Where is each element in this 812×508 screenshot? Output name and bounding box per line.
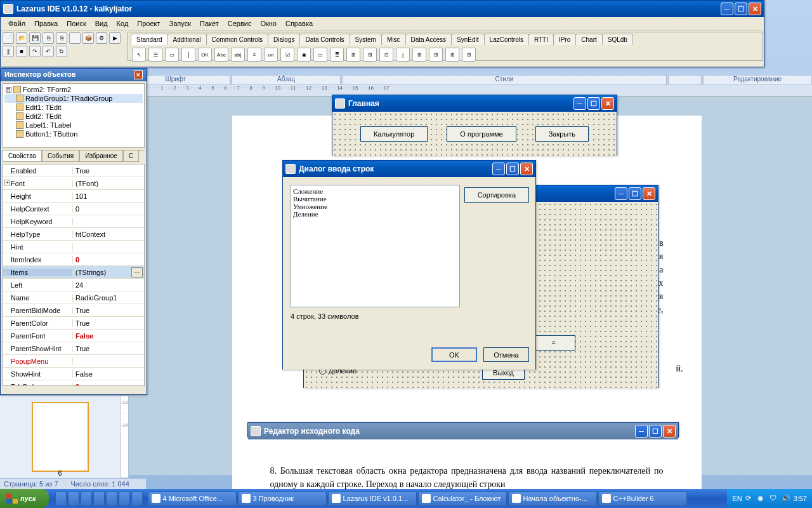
toolbar-icon[interactable]: 📦 [82,32,94,44]
cancel-button[interactable]: Отмена [483,347,529,362]
menu-item[interactable]: Поиск [63,18,89,29]
tree-item[interactable]: Button1: TButton [4,130,143,138]
equals-button[interactable]: = [532,335,575,351]
menu-item[interactable]: Вид [91,18,112,29]
property-row[interactable]: TabOrder0 [3,380,144,386]
tree-item[interactable]: Edit2: TEdit [4,112,143,121]
component-icon[interactable]: ⊞ [412,48,426,62]
menu-item[interactable]: Окно [256,18,280,29]
system-tray[interactable]: EN ⟳ ◉ 🛡 🔊 3:57 [727,489,812,508]
palette-tab[interactable]: System [350,34,382,45]
palette-tab[interactable]: Additional [167,34,207,45]
property-row[interactable]: ItemIndex0 [3,253,144,266]
maximize-button[interactable]: ☐ [629,187,641,200]
component-tree[interactable]: ⊟Form2: TForm2RadioGroup1: TRadioGroupEd… [3,83,145,148]
toolbar-icon[interactable]: 📄 [3,32,14,44]
taskbar-task[interactable]: 3 Проводник [238,491,327,506]
component-icon[interactable]: ◉ [297,48,311,62]
menu-item[interactable]: Пакет [196,18,223,29]
toolbar-icon[interactable]: 📂 [16,32,27,44]
maximize-button[interactable]: ☐ [587,97,600,110]
property-row[interactable]: HelpTypehtContext [3,228,144,241]
component-icon[interactable]: ↖ [132,48,146,62]
component-icon[interactable]: ⊞ [462,48,476,62]
property-row[interactable]: +Font(TFont) [3,177,144,190]
component-icon[interactable]: ≣ [330,48,344,62]
component-icon[interactable]: ⊞ [429,48,443,62]
inspector-tab[interactable]: С [123,150,139,162]
palette-tab[interactable]: Chart [575,34,602,45]
palette-tab[interactable]: Standard [131,34,168,45]
quicklaunch-icon[interactable] [106,491,117,506]
maximize-button[interactable]: ☐ [506,163,519,175]
about-button[interactable]: О программе [447,126,516,142]
property-row[interactable]: HelpContext0 [3,203,144,215]
property-row[interactable]: ParentColorTrue [3,317,144,330]
toolbar-icon[interactable]: ↷ [29,46,41,57]
page-thumbnail[interactable] [32,402,89,472]
palette-tab[interactable]: LazControls [484,34,529,45]
toolbar-icon[interactable]: ■ [16,46,27,57]
source-editor-window[interactable]: Редактор исходного кода ─ ☐ ✕ [247,422,679,438]
palette-tab[interactable]: Common Controls [206,34,269,45]
maximize-button[interactable]: ☐ [735,3,747,15]
tray-icon[interactable]: ◉ [757,494,766,503]
menu-item[interactable]: Проект [133,18,164,29]
component-icon[interactable]: Abc [214,48,228,62]
taskbar-task[interactable]: 4 Microsoft Office... [148,491,237,506]
word-status-bar[interactable]: Страница: 5 из 7 Число слов: 1 044 [0,478,146,490]
taskbar-task[interactable]: Начала объектно-... [508,491,597,506]
clock[interactable]: 3:57 [794,495,807,502]
sort-button[interactable]: Сортировка [464,187,529,203]
toolbar-icon[interactable]: ↻ [56,46,67,57]
tree-item[interactable]: RadioGroup1: TRadioGroup [4,94,143,103]
component-icon[interactable]: OK [198,48,212,62]
tray-icon[interactable]: 🔊 [782,494,790,503]
property-row[interactable]: NameRadioGroup1 [3,291,144,304]
toolbar-icon[interactable]: ⎘ [43,32,54,44]
start-button[interactable]: пуск [0,489,49,508]
property-row[interactable]: ParentShowHintTrue [3,342,144,355]
property-row[interactable]: HelpKeyword [3,215,144,228]
minimize-button[interactable]: ─ [573,97,586,110]
tray-icon[interactable]: 🛡 [769,494,778,503]
property-row[interactable]: Height101 [3,190,144,203]
property-row[interactable]: ParentBidiModeTrue [3,304,144,317]
property-row[interactable]: EnabledTrue [3,164,144,177]
palette-tab[interactable]: SQLdb [602,34,633,45]
menu-item[interactable]: Справка [282,18,317,29]
menu-item[interactable]: Файл [4,18,29,29]
component-icon[interactable]: on [264,48,278,62]
toolbar-icon[interactable]: ‖ [3,46,14,57]
palette-tab[interactable]: RTTI [528,34,554,45]
maximize-button[interactable]: ☐ [649,425,662,438]
close-button[interactable]: ✕ [601,97,614,110]
quicklaunch-icon[interactable] [131,491,143,506]
tray-icon[interactable]: ⟳ [745,494,754,503]
property-row[interactable]: Left24 [3,279,144,291]
close-button[interactable]: ✕ [520,163,533,175]
menu-item[interactable]: Код [113,18,133,29]
component-icon[interactable]: ▭ [165,48,179,62]
quicklaunch-icon[interactable] [81,491,92,506]
close-button[interactable]: ✕ [643,187,655,200]
calculator-button[interactable]: Калькулятор [360,126,428,142]
toolbar-icon[interactable]: ⚙ [96,32,107,44]
component-icon[interactable]: ⊞ [445,48,459,62]
component-icon[interactable]: ▭ [313,48,327,62]
property-row[interactable]: PopupMenu [3,355,144,368]
quicklaunch-icon[interactable] [68,491,79,506]
toolbar-icon[interactable] [69,32,81,44]
component-icon[interactable]: | [396,48,410,62]
minimize-button[interactable]: ─ [615,187,627,200]
toolbar-icon[interactable]: ⎘ [56,32,67,44]
palette-tab[interactable]: SynEdit [451,34,484,45]
component-icon[interactable]: ☑ [280,48,294,62]
inspector-tab[interactable]: Избранное [79,150,123,162]
property-row[interactable]: Items(TStrings)… [3,266,144,279]
toolbar-icon[interactable]: ↶ [43,46,54,57]
property-row[interactable]: ShowHintFalse [3,368,144,380]
toolbar-icon[interactable]: ▶ [109,32,121,44]
minimize-button[interactable]: ─ [721,3,733,15]
tree-item[interactable]: Edit1: TEdit [4,103,143,112]
